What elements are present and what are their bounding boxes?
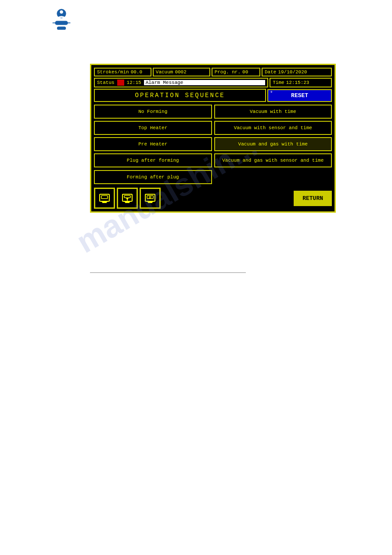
company-logo (48, 8, 75, 34)
svg-rect-14 (125, 202, 129, 203)
bottom-toolbar: ⊡ RETURN (94, 188, 332, 209)
strokes-label: Strokes/min (97, 69, 129, 75)
time-cell: Time 12:15:23 (270, 78, 332, 87)
title-row: OPERATION SEQUENCE RESET (94, 89, 332, 102)
operation-button-grid: No Forming Vacuum with time Top Heater V… (94, 105, 332, 167)
reset-button[interactable]: RESET (267, 89, 332, 102)
date-cell: Date 19/10/2020 (262, 68, 332, 76)
logo-area (48, 8, 75, 36)
alarm-message: Alarm Message (144, 80, 266, 85)
status-label: Status (97, 80, 115, 85)
prog-label: Prog. nr. (215, 69, 241, 75)
vacuum-gas-time-button[interactable]: Vacuum and gas with time (214, 137, 332, 151)
vacuum-label: Vacuum (156, 69, 173, 75)
single-button-row: Forming after plug (94, 170, 332, 184)
vacuum-gas-sensor-time-button[interactable]: Vacuum and gas with sensor and time (214, 153, 332, 167)
status-row1: Strokes/min 00.0 Vacuum 0002 Prog. nr. 0… (94, 68, 332, 76)
strokes-value: 00.0 (131, 69, 142, 75)
svg-marker-12 (126, 198, 129, 200)
svg-point-1 (60, 11, 63, 14)
vacuum-value: 0002 (175, 69, 186, 75)
no-forming-button[interactable]: No Forming (94, 105, 212, 119)
strokes-cell: Strokes/min 00.0 (94, 68, 151, 76)
machine-icon-2 (121, 192, 133, 204)
date-label: Date (265, 69, 276, 75)
pre-heater-button[interactable]: Pre Heater (94, 137, 212, 151)
status-main-cell: Status 12:15 Alarm Message (94, 78, 268, 87)
divider-line (90, 272, 246, 273)
plug-after-forming-button[interactable]: Plug after forming (94, 153, 212, 167)
time-label: Time (273, 80, 284, 85)
vacuum-sensor-time-button[interactable]: Vacuum with sensor and time (214, 121, 332, 135)
panel-title: OPERATION SEQUENCE (94, 89, 266, 102)
svg-rect-3 (57, 26, 66, 29)
alarm-time: 12:15 (127, 80, 141, 85)
prog-cell: Prog. nr. 00 (212, 68, 260, 76)
time-value: 12:15:23 (286, 80, 309, 85)
svg-rect-10 (124, 196, 130, 198)
status-row2: Status 12:15 Alarm Message Time 12:15:23 (94, 78, 332, 87)
machine-icon-1 (98, 192, 111, 204)
vacuum-cell: Vacuum 0002 (153, 68, 210, 76)
svg-rect-6 (101, 196, 108, 199)
toolbar-icons: ⊡ (94, 188, 161, 209)
return-button[interactable]: RETURN (294, 191, 332, 206)
prog-value: 00 (242, 69, 248, 75)
toolbar-icon-2[interactable] (117, 188, 138, 209)
alarm-indicator (117, 80, 124, 86)
forming-after-plug-button[interactable]: Forming after plug (94, 170, 212, 184)
vacuum-with-time-button[interactable]: Vacuum with time (214, 105, 332, 119)
toolbar-icon-3[interactable]: ⊡ (140, 188, 161, 209)
top-heater-button[interactable]: Top Heater (94, 121, 212, 135)
date-value: 19/10/2020 (278, 69, 307, 75)
main-panel: Strokes/min 00.0 Vacuum 0002 Prog. nr. 0… (90, 64, 336, 213)
machine-icon-3: ⊡ (144, 192, 156, 204)
toolbar-icon-1[interactable] (94, 188, 115, 209)
